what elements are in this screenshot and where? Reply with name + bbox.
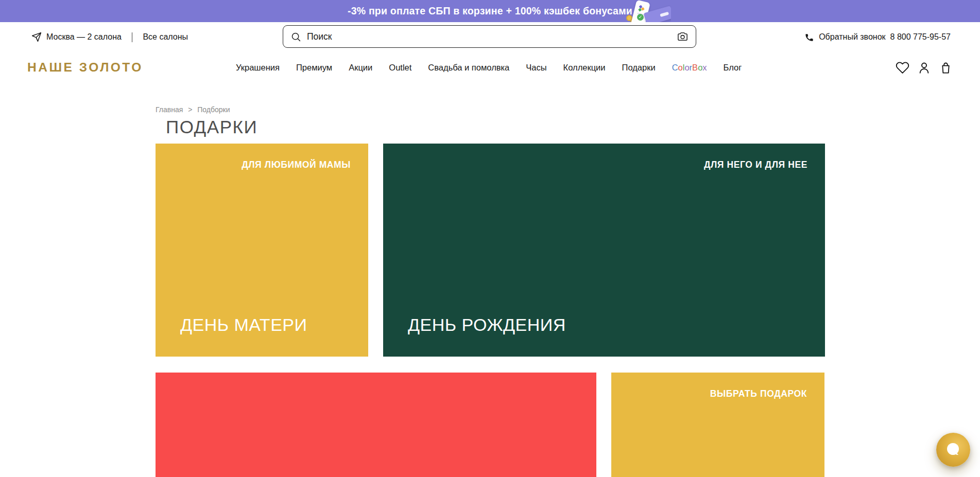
- site-logo[interactable]: НАШЕ ЗОЛОТО: [27, 52, 143, 83]
- gift-card-red[interactable]: [156, 373, 596, 477]
- search-bar[interactable]: [283, 25, 696, 48]
- cart-bag-icon[interactable]: [939, 61, 953, 75]
- main-navigation: НАШЕ ЗОЛОТО Украшения Премиум Акции Outl…: [0, 52, 980, 83]
- colorbox-letter: o: [698, 63, 702, 72]
- colorbox-letter: C: [672, 63, 678, 72]
- breadcrumb-current: Подборки: [197, 105, 230, 114]
- colorbox-letter: o: [678, 63, 683, 72]
- location-city-label[interactable]: Москва — 2 салона: [46, 32, 122, 42]
- callback-block[interactable]: Обратный звонок 8 800 775-95-57: [804, 22, 951, 52]
- divider: [132, 32, 133, 42]
- card-title: ДЕНЬ РОЖДЕНИЯ: [408, 315, 566, 335]
- nav-item-podarki[interactable]: Подарки: [622, 63, 656, 73]
- chat-widget-button[interactable]: [936, 433, 970, 467]
- location-selector[interactable]: Москва — 2 салона Все салоны: [31, 22, 188, 52]
- nav-menu: Украшения Премиум Акции Outlet Свадьба и…: [236, 52, 742, 83]
- callback-phone-number[interactable]: 8 800 775-95-57: [890, 32, 951, 42]
- all-salons-link[interactable]: Все салоны: [143, 32, 188, 42]
- breadcrumb: Главная > Подборки: [156, 105, 230, 114]
- search-icon: [290, 31, 301, 42]
- wishlist-heart-icon[interactable]: [896, 61, 909, 75]
- breadcrumb-home-link[interactable]: Главная: [156, 105, 183, 114]
- nav-item-akcii[interactable]: Акции: [349, 63, 372, 73]
- nav-item-chasy[interactable]: Часы: [526, 63, 546, 73]
- nav-item-outlet[interactable]: Outlet: [389, 63, 411, 73]
- gift-card-choose-gift[interactable]: ВЫБРАТЬ ПОДАРОК: [611, 373, 824, 477]
- nav-item-premium[interactable]: Премиум: [296, 63, 332, 73]
- nav-item-svadba[interactable]: Свадьба и помолвка: [428, 63, 509, 73]
- check-icon: ✓: [637, 14, 644, 21]
- page-title: ПОДАРКИ: [166, 117, 257, 137]
- header: Москва — 2 салона Все салоны Обратный зв…: [0, 22, 980, 52]
- gift-card-birthday[interactable]: ДЛЯ НЕГО И ДЛЯ НЕЕ ДЕНЬ РОЖДЕНИЯ: [383, 144, 825, 357]
- card-tag: ВЫБРАТЬ ПОДАРОК: [710, 388, 807, 399]
- gift-card-mothers-day[interactable]: ДЛЯ ЛЮБИМОЙ МАМЫ ДЕНЬ МАТЕРИ: [156, 144, 368, 357]
- colorbox-letter: o: [684, 63, 689, 72]
- nav-item-blog[interactable]: Блог: [724, 63, 742, 73]
- bank-card-stripe: [660, 12, 669, 17]
- account-user-icon[interactable]: [917, 61, 931, 75]
- header-action-icons: [896, 52, 953, 83]
- colorbox-letter: x: [702, 63, 707, 72]
- breadcrumb-separator: >: [188, 105, 192, 114]
- card-tag: ДЛЯ НЕГО И ДЛЯ НЕЕ: [704, 160, 807, 170]
- nav-item-ukrasheniya[interactable]: Украшения: [236, 63, 280, 73]
- card-tag: ДЛЯ ЛЮБИМОЙ МАМЫ: [242, 160, 351, 170]
- promo-banner[interactable]: -3% при оплате СБП в корзине + 100% кэшб…: [0, 0, 980, 22]
- search-input[interactable]: [307, 31, 677, 42]
- nav-arrow-icon: [31, 32, 42, 42]
- phone-icon: [804, 32, 814, 42]
- chat-bubble-icon: [944, 441, 962, 458]
- card-title: ДЕНЬ МАТЕРИ: [180, 315, 307, 335]
- nav-item-kollekcii[interactable]: Коллекции: [563, 63, 606, 73]
- nav-item-colorbox[interactable]: ColorBox: [672, 63, 707, 73]
- page: -3% при оплате СБП в корзине + 100% кэшб…: [0, 0, 980, 477]
- promo-banner-text: -3% при оплате СБП в корзине + 100% кэшб…: [348, 5, 632, 17]
- callback-label[interactable]: Обратный звонок: [819, 32, 885, 42]
- sbp-illustration: ✓: [622, 0, 671, 22]
- photo-search-camera-icon[interactable]: [677, 31, 689, 43]
- colorbox-letter: B: [692, 63, 698, 72]
